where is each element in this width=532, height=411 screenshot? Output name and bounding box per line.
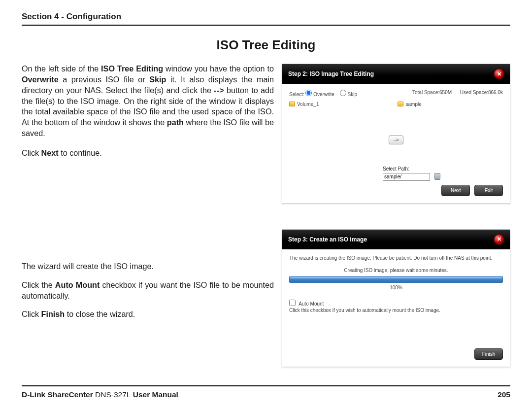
- panel-step3-header: Step 3: Create an ISO image ✕: [282, 230, 510, 249]
- instruction-para-2: Click Next to continue.: [22, 148, 274, 159]
- instruction-column: On the left side of the ISO Tree Editing…: [22, 64, 274, 367]
- page-title: ISO Tree Editing: [22, 37, 510, 53]
- section-header: Section 4 - Configuration: [22, 12, 510, 26]
- panel1-buttons: Next Exit: [289, 185, 503, 196]
- left-folder[interactable]: Volume_1: [289, 101, 319, 107]
- panel-step3-body: The wizard is creating the ISO image. Pl…: [282, 249, 510, 367]
- trash-icon[interactable]: [434, 173, 440, 180]
- overwrite-option[interactable]: Overwrite: [305, 92, 334, 97]
- panel-step3: Step 3: Create an ISO image ✕ The wizard…: [282, 229, 510, 367]
- content-columns: On the left side of the ISO Tree Editing…: [22, 64, 510, 367]
- automount-checkbox[interactable]: [289, 300, 296, 306]
- panel-step2-body: Select: Overwrite Skip Total Space:650M …: [282, 84, 510, 203]
- select-path: Select Path:: [383, 166, 503, 181]
- select-group: Select: Overwrite Skip: [289, 90, 361, 97]
- folder-icon: [289, 102, 295, 106]
- progress-percent: 100%: [289, 285, 503, 290]
- used-space: Used Space:866.0k: [460, 90, 503, 95]
- page-number: 205: [498, 390, 510, 399]
- exit-button[interactable]: Exit: [474, 185, 503, 196]
- automount-desc: Click this checkbox if you wish to autom…: [289, 308, 440, 313]
- panel-step2: Step 2: ISO Image Tree Editing ✕ Select:…: [282, 64, 510, 204]
- next-button[interactable]: Next: [441, 185, 470, 196]
- overwrite-radio[interactable]: [305, 90, 312, 96]
- panel2-buttons: Finish: [289, 348, 503, 360]
- automount-option[interactable]: Auto Mount: [289, 301, 324, 307]
- skip-option[interactable]: Skip: [340, 92, 357, 97]
- finish-button[interactable]: Finish: [474, 348, 503, 360]
- automount-block: Auto Mount Click this checkbox if you wi…: [289, 299, 503, 314]
- space-info: Total Space:650M Used Space:866.0k: [412, 90, 503, 97]
- folder-icon: [398, 102, 403, 106]
- path-input[interactable]: [383, 173, 430, 181]
- select-path-label: Select Path:: [383, 166, 503, 171]
- panel-step3-title: Step 3: Create an ISO image: [288, 236, 367, 243]
- instruction-para-3: The wizard will create the ISO image.: [22, 261, 274, 272]
- total-space: Total Space:650M: [412, 90, 452, 95]
- close-icon[interactable]: ✕: [494, 69, 504, 79]
- spacer: [22, 159, 274, 261]
- instruction-para-5: Click Finish to close the wizard.: [22, 309, 274, 320]
- close-icon[interactable]: ✕: [494, 235, 504, 244]
- page-footer: D-Link ShareCenter DNS-327L User Manual …: [22, 385, 510, 399]
- panel-step2-toprow: Select: Overwrite Skip Total Space:650M …: [289, 90, 503, 97]
- instruction-para-4: Click the Auto Mount checkbox if you wan…: [22, 280, 274, 302]
- add-files-button[interactable]: -->: [389, 136, 403, 144]
- skip-radio[interactable]: [340, 90, 346, 96]
- panel-step2-title: Step 2: ISO Image Tree Editing: [288, 70, 374, 77]
- panel-step2-header: Step 2: ISO Image Tree Editing ✕: [282, 64, 510, 84]
- screenshots-column: Step 2: ISO Image Tree Editing ✕ Select:…: [282, 64, 510, 367]
- instruction-para-1: On the left side of the ISO Tree Editing…: [22, 64, 274, 139]
- progress-bar: [289, 276, 503, 283]
- folder-row: Volume_1 sample: [289, 101, 503, 107]
- wizard-text: The wizard is creating the ISO image. Pl…: [289, 255, 503, 261]
- select-label: Select:: [289, 92, 304, 97]
- wait-text: Creating ISO image, please wait some min…: [289, 268, 503, 273]
- right-folder[interactable]: sample: [398, 101, 421, 107]
- footer-brand: D-Link ShareCenter DNS-327L User Manual: [22, 390, 178, 399]
